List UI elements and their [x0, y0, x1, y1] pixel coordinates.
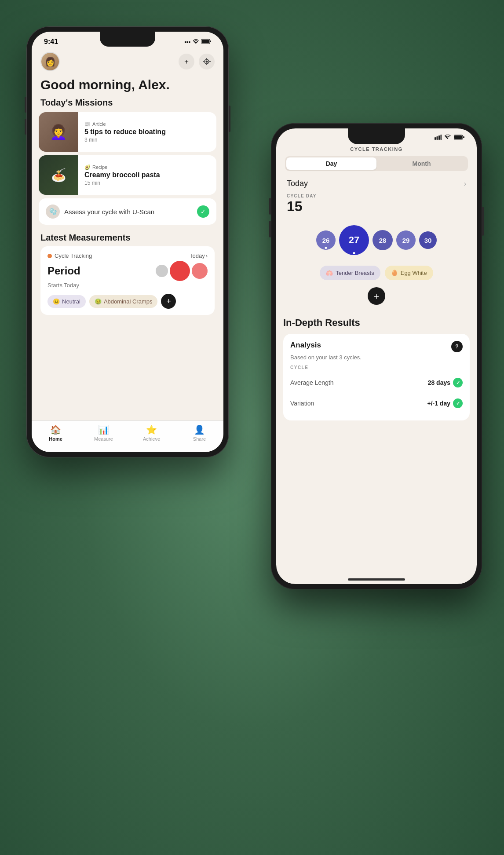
- mission-image-article: 👩‍🦱: [39, 112, 78, 152]
- svg-rect-9: [435, 137, 436, 140]
- measurements-title: Latest Measurements: [40, 233, 215, 243]
- tab-measure[interactable]: 📊 Measure: [80, 424, 128, 442]
- variation-label: Variation: [290, 400, 314, 407]
- analysis-subtitle: Based on your last 3 cycles.: [290, 354, 463, 361]
- uscan-left: 🫧 Assess your cycle with U-Scan: [46, 205, 154, 219]
- avatar[interactable]: 👩: [40, 52, 60, 71]
- period-title: Period: [47, 265, 80, 277]
- cycle-section-label: CYCLE: [290, 365, 463, 370]
- mission-content-article: 📰 Article 5 tips to reduce bloating 3 mi…: [78, 112, 172, 152]
- svg-point-8: [206, 61, 208, 63]
- calendar-circles: 26 27 28 29 30: [276, 218, 477, 262]
- tab-achieve[interactable]: ⭐ Achieve: [128, 424, 175, 442]
- article-icon: 📰: [84, 121, 91, 127]
- measure-card-cycle[interactable]: Cycle Tracking Today › Period Starts: [40, 246, 215, 315]
- stat-row-variation: Variation +/-1 day ✓: [290, 393, 463, 413]
- starts-today-label: Starts Today: [47, 282, 208, 289]
- measurements-section: Latest Measurements Cycle Tracking Today…: [32, 228, 223, 317]
- calendar-day-28[interactable]: 28: [373, 230, 393, 250]
- add-button[interactable]: ＋: [179, 54, 194, 69]
- tab-home[interactable]: 🏠 Home: [32, 424, 80, 442]
- phone2-notch: [348, 128, 405, 144]
- tag-neutral[interactable]: 😐 Neutral: [47, 295, 86, 308]
- power-button[interactable]: [229, 106, 230, 132]
- cycle-day-label: CYCLE DAY: [287, 194, 466, 198]
- add-symptom-button[interactable]: ＋: [368, 287, 385, 305]
- today-label: Today: [287, 179, 308, 188]
- notch: [100, 32, 155, 47]
- analysis-help-button[interactable]: ?: [451, 341, 463, 352]
- svg-rect-15: [463, 136, 464, 138]
- settings-button[interactable]: [199, 54, 215, 69]
- volume-down-button[interactable]: [25, 119, 26, 135]
- mission-card-recipe[interactable]: 🍝 🥑 Recipe Creamy broccoli pasta 15 min: [39, 155, 216, 195]
- tab-month[interactable]: Month: [376, 157, 467, 170]
- symptom-tender-breasts[interactable]: 🫁 Tender Breasts: [320, 266, 380, 280]
- breasts-icon: 🫁: [326, 270, 333, 276]
- volume-up-button[interactable]: [25, 97, 26, 113]
- analysis-header: Analysis ?: [290, 341, 463, 352]
- calendar-day-29[interactable]: 29: [396, 230, 416, 250]
- analysis-card: Analysis ? Based on your last 3 cycles. …: [283, 334, 470, 420]
- circle-gray: [156, 265, 168, 277]
- phone2-signal-icon: [435, 135, 442, 141]
- cycle-tracking-label: Cycle Tracking: [47, 252, 92, 259]
- analysis-title: Analysis: [290, 341, 321, 350]
- home-icon: 🏠: [50, 424, 61, 435]
- status-time: 9:41: [44, 38, 58, 46]
- tab-share[interactable]: 👤 Share: [175, 424, 223, 442]
- circle-red-large: [170, 261, 190, 281]
- add-tag-button[interactable]: +: [161, 294, 176, 309]
- avg-length-value: 28 days ✓: [428, 378, 463, 387]
- calendar-day-26[interactable]: 26: [316, 230, 336, 250]
- mission-title: 5 tips to reduce bloating: [84, 128, 166, 136]
- measure-header: Cycle Tracking Today ›: [47, 252, 208, 259]
- today-link[interactable]: Today ›: [190, 252, 208, 259]
- variation-check-icon: ✓: [453, 398, 463, 408]
- uscan-icon: 🫧: [46, 205, 60, 219]
- uscan-card[interactable]: 🫧 Assess your cycle with U-Scan ✓: [39, 198, 216, 225]
- symptom-egg-white[interactable]: 🥚 Egg White: [385, 266, 433, 280]
- neutral-emoji: 😐: [53, 298, 60, 305]
- phone1: 9:41 ▪▪▪ 👩 ＋ Go: [26, 26, 229, 457]
- home-indicator[interactable]: [348, 578, 405, 581]
- period-circles: [156, 261, 208, 281]
- period-row: Period: [47, 261, 208, 281]
- measure-icon: 📊: [98, 424, 109, 435]
- today-chevron-icon: ›: [464, 180, 466, 188]
- avg-length-check-icon: ✓: [453, 378, 463, 387]
- phone2-screen: CYCLE TRACKING Day Month Today › CYCLE D…: [276, 128, 477, 584]
- calendar-day-30[interactable]: 30: [419, 231, 437, 249]
- uscan-check-icon: ✓: [197, 205, 209, 218]
- mission-card-article[interactable]: 👩‍🦱 📰 Article 5 tips to reduce bloating …: [39, 112, 216, 152]
- phone1-screen: 9:41 ▪▪▪ 👩 ＋ Go: [32, 32, 223, 452]
- phone2-power-button[interactable]: [482, 207, 484, 236]
- stat-row-avg-length: Average Length 28 days ✓: [290, 373, 463, 393]
- calendar-day-27[interactable]: 27: [339, 225, 369, 255]
- greeting: Good morning, Alex.: [32, 73, 223, 94]
- phone2-volume-up-button[interactable]: [269, 198, 271, 215]
- app-header: 👩 ＋: [32, 48, 223, 73]
- tab-day[interactable]: Day: [286, 157, 376, 170]
- add-symptom-container: ＋: [276, 287, 477, 305]
- tag-cramps[interactable]: 🤢 Abdominal Cramps: [89, 295, 158, 308]
- tab-bar: 🏠 Home 📊 Measure ⭐ Achieve 👤 Share: [32, 420, 223, 452]
- symptoms-row: 🫁 Tender Breasts 🥚 Egg White: [276, 262, 477, 284]
- in-depth-title: In-Depth Results: [283, 317, 470, 329]
- avocado-icon: 🥑: [84, 164, 91, 170]
- mission-image-recipe: 🍝: [39, 155, 78, 195]
- mission-duration: 3 min: [84, 137, 166, 143]
- battery-icon: [201, 39, 211, 45]
- achieve-icon: ⭐: [146, 424, 157, 435]
- cycle-dot: [47, 254, 52, 258]
- recipe-type-label: 🥑 Recipe: [84, 164, 160, 170]
- phone2-volume-down-button[interactable]: [269, 221, 271, 238]
- avg-length-label: Average Length: [290, 379, 334, 386]
- phone2: CYCLE TRACKING Day Month Today › CYCLE D…: [271, 123, 482, 589]
- share-icon: 👤: [194, 424, 205, 435]
- today-row[interactable]: Today ›: [276, 175, 477, 192]
- wifi-icon: [193, 39, 199, 45]
- calendar-day-27-dot: [353, 252, 355, 254]
- missions-section-title: Today's Missions: [32, 94, 223, 110]
- day-month-tabs: Day Month: [285, 156, 468, 171]
